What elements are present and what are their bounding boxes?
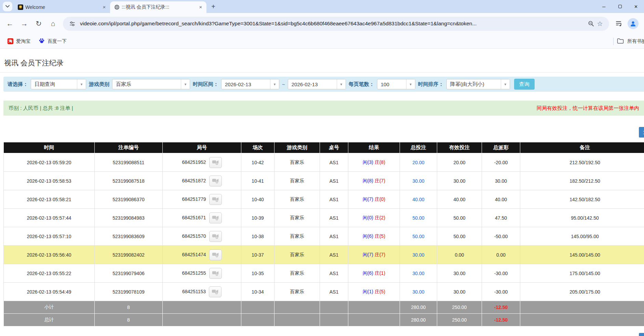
result-player: 闲(0) <box>363 215 373 220</box>
cell-session: 10-41 <box>241 172 274 190</box>
page-size-select[interactable]: 100 ▾ <box>377 79 415 89</box>
round-id: 684251952 <box>182 159 206 165</box>
reload-button[interactable]: ↻ <box>32 17 45 30</box>
cell-note: 212.50/192.50 <box>520 153 644 172</box>
table-row[interactable]: 2026-02-13 05:58:53523199087518684251872… <box>4 172 644 190</box>
column-header: 注单编号 <box>95 142 163 153</box>
window-controls: ─ ✕ <box>596 0 644 13</box>
profile-avatar[interactable] <box>628 18 639 29</box>
table-row[interactable]: 2026-02-13 05:56:40523199082402684251474… <box>4 246 644 264</box>
video-replay-button[interactable] <box>209 268 222 279</box>
bookmark-star-icon[interactable]: ☆ <box>595 19 604 28</box>
cell-payout: 47.50 <box>482 209 520 227</box>
column-header: 时间 <box>4 142 95 153</box>
video-replay-button[interactable] <box>209 212 222 223</box>
table-row[interactable]: 2026-02-13 05:59:20523199088511684251952… <box>4 153 644 172</box>
table-row[interactable]: 2026-02-13 05:57:10523199083609684251570… <box>4 227 644 246</box>
tab-close-icon[interactable]: × <box>101 4 107 10</box>
query-type-select[interactable]: 日期查询 ▾ <box>31 79 86 89</box>
cell-table-no: AS1 <box>320 227 348 246</box>
all-bookmarks[interactable]: 所有书签 <box>613 34 644 49</box>
cell-game-type: 百家乐 <box>274 264 320 283</box>
back-button[interactable]: ← <box>4 17 16 30</box>
cell-session: 10-38 <box>241 227 274 246</box>
zoom-out-icon[interactable] <box>587 19 595 28</box>
new-tab-button[interactable]: + <box>209 2 218 11</box>
result-banker: 庄(8) <box>375 159 385 165</box>
page-1-button[interactable]: 1 <box>639 333 644 336</box>
search-button[interactable]: 查询 <box>514 79 535 90</box>
column-header: 结果 <box>348 142 400 153</box>
table-row[interactable]: 2026-02-13 05:58:21523199086370684251779… <box>4 190 644 209</box>
table-body: 2026-02-13 05:59:20523199088511684251952… <box>4 153 644 326</box>
forward-button[interactable]: → <box>18 17 30 30</box>
address-bar[interactable]: videoie.com/ipl/portal.php/game/betrecor… <box>63 17 609 31</box>
summary-empty <box>320 301 348 314</box>
home-button[interactable]: ⌂ <box>47 17 59 30</box>
bookmark-baidu[interactable]: 百度一下 <box>39 38 67 45</box>
video-camera-icon <box>212 215 219 221</box>
cell-payout: -30.00 <box>482 264 520 283</box>
bookmark-aitaobao[interactable]: 淘 爱淘宝 <box>8 38 30 44</box>
video-replay-button[interactable] <box>209 249 222 260</box>
game-type-label: 游戏类别 <box>89 81 109 88</box>
page-1-button[interactable]: 1 <box>639 127 644 138</box>
close-button[interactable]: ✕ <box>628 0 644 13</box>
summary-empty <box>348 301 400 314</box>
table-row[interactable]: 2026-02-13 05:54:49523199078109684251153… <box>4 283 644 301</box>
minimize-button[interactable]: ─ <box>596 0 612 13</box>
baidu-paw-icon <box>39 38 45 45</box>
tab-close-icon[interactable]: × <box>198 4 204 10</box>
total-bet-amount: 30.00 <box>412 289 424 295</box>
video-camera-icon <box>212 159 219 165</box>
video-replay-button[interactable] <box>209 231 222 242</box>
video-replay-button[interactable] <box>209 157 222 168</box>
divider <box>613 38 614 45</box>
media-controls-icon[interactable] <box>613 17 625 30</box>
site-info-icon[interactable] <box>68 19 77 28</box>
sort-select[interactable]: 降幂(由大到小) ▾ <box>446 79 510 89</box>
tab-welcome[interactable]: Welcome × <box>14 1 110 13</box>
result-banker: 庄(5) <box>375 233 385 239</box>
date-to-select[interactable]: 2026-02-13 ▾ <box>288 79 346 89</box>
cell-table-no: AS1 <box>320 153 348 172</box>
cell-game-type: 百家乐 <box>274 246 320 264</box>
table-row[interactable]: 2026-02-13 05:55:22523199079406684251255… <box>4 264 644 283</box>
cell-total-bet: 30.00 <box>400 172 437 190</box>
cell-total-bet: 50.00 <box>400 227 437 246</box>
game-type-select[interactable]: 百家乐 ▾ <box>112 79 190 89</box>
video-camera-icon <box>212 178 219 184</box>
header-row: 时间注单编号局号场次游戏类别桌号结果总投注有效投注总派彩备注 <box>4 142 644 153</box>
maximize-button[interactable] <box>612 0 628 13</box>
video-replay-button[interactable] <box>209 194 222 205</box>
summary-empty <box>274 314 320 326</box>
filter-bar: 请选择： 日期查询 ▾ 游戏类别 百家乐 ▾ 时间区间： 2026-02-13 … <box>3 77 644 92</box>
taobao-icon: 淘 <box>8 38 13 44</box>
summary-empty <box>520 301 644 314</box>
cell-result: 闲(3) 庄(8) <box>348 153 400 172</box>
welcome-favicon <box>18 4 23 10</box>
result-banker: 庄(7) <box>375 178 385 183</box>
summary-empty <box>320 314 348 326</box>
cell-note: 145.00/145.00 <box>520 246 644 264</box>
total-bet-amount: 50.00 <box>412 215 424 221</box>
table-row[interactable]: 2026-02-13 05:57:44523199084983684251671… <box>4 209 644 227</box>
cell-table-no: AS1 <box>320 190 348 209</box>
cell-time: 2026-02-13 05:55:22 <box>4 264 95 283</box>
video-replay-button[interactable] <box>209 176 222 186</box>
page-title: 视讯 会员下注纪录 <box>4 58 644 68</box>
tab-bet-record-active[interactable]: :::视讯 会员下注纪录::: × <box>110 1 206 13</box>
cell-bet-id: 523199082402 <box>95 246 163 264</box>
summary-empty <box>274 301 320 314</box>
total-bet-amount: 30.00 <box>412 271 424 276</box>
summary-empty <box>241 301 274 314</box>
bookmarks-bar: 淘 爱淘宝 百度一下 所有书签 <box>0 34 644 49</box>
tab-search-button[interactable] <box>3 2 12 11</box>
video-replay-button[interactable] <box>209 286 222 297</box>
column-header: 总派彩 <box>482 142 520 153</box>
date-from-select[interactable]: 2026-02-13 ▾ <box>221 79 279 89</box>
total-bet-amount: 30.00 <box>412 252 424 258</box>
browser-toolbar: ← → ↻ ⌂ videoie.com/ipl/portal.php/game/… <box>0 13 644 34</box>
table-head: 时间注单编号局号场次游戏类别桌号结果总投注有效投注总派彩备注 <box>4 142 644 153</box>
round-id: 684251779 <box>182 196 206 202</box>
